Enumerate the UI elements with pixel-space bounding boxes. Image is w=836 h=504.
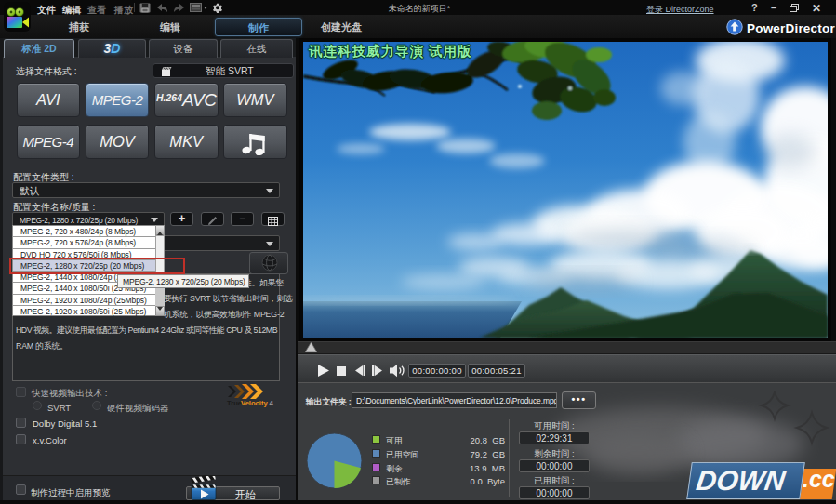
svg-text:Velocity: Velocity — [241, 399, 268, 407]
svg-text:True: True — [227, 399, 242, 407]
svg-text:4: 4 — [270, 399, 274, 407]
